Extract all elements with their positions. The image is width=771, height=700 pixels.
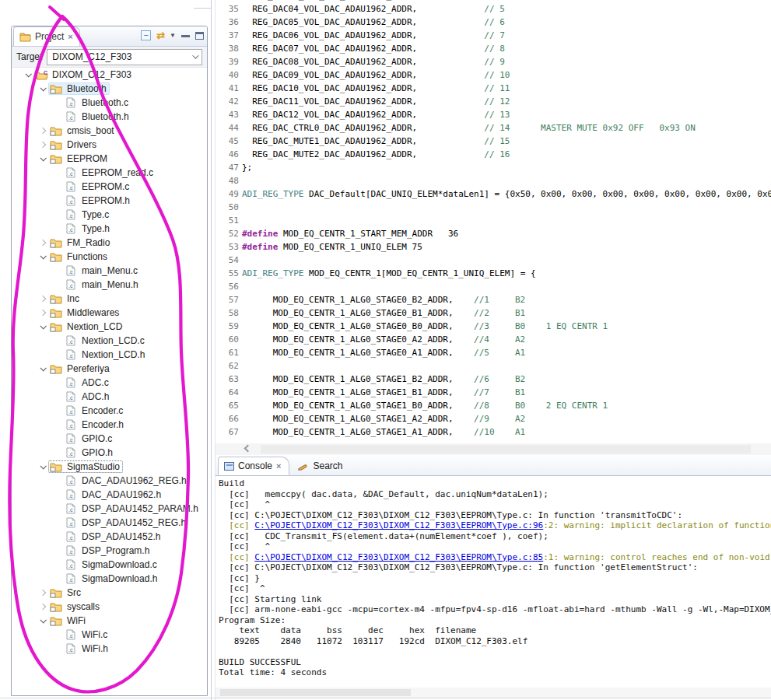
tree-item-main-menu-h[interactable]: .cmain_Menu.h: [12, 278, 207, 292]
chevron-down-icon[interactable]: [37, 156, 48, 161]
tree-item-sigmadownload-h[interactable]: .cSigmaDownload.h: [12, 572, 207, 586]
chevron-down-icon[interactable]: [37, 254, 48, 259]
chevron-down-icon[interactable]: [37, 618, 48, 623]
tree-item-wifi-c[interactable]: .cWiFi.c: [12, 628, 207, 642]
c-file-icon: .c: [64, 97, 78, 108]
svg-text:.c: .c: [68, 409, 73, 415]
tree-item-dsp-program-h[interactable]: .cDSP_Program.h: [12, 544, 207, 558]
console-output[interactable]: Build [cc] memccpy( dac.data, &DAC_Defau…: [216, 476, 771, 678]
tree-item-dsp-adau1452-h[interactable]: .cDSP_ADAU1452.h: [12, 530, 207, 544]
code-line-50: 50: [216, 201, 771, 214]
tree-item-dixom-c12-f303[interactable]: CDIXOM_C12_F303: [12, 68, 207, 82]
tree-item-drivers[interactable]: Drivers: [12, 138, 207, 152]
tab-project[interactable]: Project ×: [13, 26, 80, 46]
tree-item-gpio-c[interactable]: .cGPIO.c: [12, 432, 207, 446]
chevron-down-icon[interactable]: [37, 366, 48, 371]
editor-scroll-thumb[interactable]: [261, 445, 751, 453]
code-line-35: 35 REG_DAC04_VOL_DAC_ADAU1962_ADDR, // 5: [216, 2, 771, 16]
maximize-icon[interactable]: [195, 32, 204, 40]
tree-item-nextion-lcd-h[interactable]: .cNextion_LCD.h: [12, 348, 207, 362]
chevron-down-icon[interactable]: [37, 324, 48, 329]
line-number: 49: [216, 187, 242, 201]
editor-horizontal-scrollbar[interactable]: [216, 443, 771, 455]
code-editor[interactable]: 34 REG_DAC03_VOL_DAC_ADAU1962_ADDR, // 4…: [216, 0, 771, 443]
view-menu-icon[interactable]: ▼: [170, 32, 176, 39]
console-line: [cc] CDC_Transmit_FS(element.data+(numEl…: [219, 531, 771, 542]
file-link[interactable]: C:\POJECT\DIXOM_C12_F303\DIXOM_C12_F303\…: [254, 520, 543, 530]
file-link[interactable]: C:\POJECT\DIXOM_C12_F303\DIXOM_C12_F303\…: [254, 552, 543, 562]
tree-item-dsp-adau1452-param-h[interactable]: .cDSP_ADAU1452_PARAM.h: [12, 502, 207, 516]
chevron-right-icon[interactable]: [37, 128, 48, 133]
line-number: 59: [216, 320, 242, 333]
tree-item-eeprom[interactable]: EEPROM: [12, 152, 207, 166]
tree-item-gpio-h[interactable]: .cGPIO.h: [12, 446, 207, 460]
source-folder-icon: [49, 588, 63, 598]
chevron-right-icon[interactable]: [37, 604, 48, 609]
console-scroll-thumb[interactable]: [220, 689, 411, 696]
chevron-right-icon[interactable]: [37, 296, 48, 301]
tree-item-dac-adau1962-h[interactable]: .cDAC_ADAU1962.h: [12, 488, 207, 502]
tree-item-src[interactable]: Src: [12, 586, 207, 600]
line-number: 38: [216, 42, 242, 55]
chevron-right-icon[interactable]: [37, 590, 48, 595]
c-file-icon: .c: [64, 629, 78, 640]
tree-item-bluetooth[interactable]: Bluetooth: [12, 82, 207, 96]
tree-item-encoder-c[interactable]: .cEncoder.c: [12, 404, 207, 418]
code-line-54: 54: [216, 254, 771, 267]
scroll-left-icon[interactable]: [244, 445, 252, 453]
chevron-down-icon[interactable]: [23, 72, 33, 77]
chevron-right-icon[interactable]: [37, 240, 48, 245]
tree-item-middlewares[interactable]: Middlewares: [12, 306, 207, 320]
tree-item-nextion-lcd-c[interactable]: .cNextion_LCD.c: [12, 334, 207, 348]
tree-item-eeprom-h[interactable]: .cEEPROM.h: [12, 194, 207, 208]
close-icon[interactable]: ×: [68, 32, 72, 41]
line-number: 35: [216, 2, 242, 16]
tree-item-type-h[interactable]: .cType.h: [12, 222, 207, 236]
source-folder-icon: [49, 294, 63, 304]
close-icon[interactable]: ×: [276, 461, 281, 471]
tree-item-sigmadownload-c[interactable]: .cSigmaDownload.c: [12, 558, 207, 572]
target-select[interactable]: DIXOM_C12_F303: [47, 49, 202, 65]
tree-item-nextion-lcd[interactable]: Nextion_LCD: [12, 320, 207, 334]
tree-item-pereferiya[interactable]: Pereferiya: [12, 362, 207, 376]
tree-item-main-menu-c[interactable]: .cmain_Menu.c: [12, 264, 207, 278]
console-line: [cc] C:\POJECT\DIXOM_C12_F303\DIXOM_C12_…: [219, 520, 771, 531]
collapse-all-icon[interactable]: −: [141, 30, 151, 40]
tree-item-eeprom-read-c[interactable]: .cEEPROM_read.c: [12, 166, 207, 180]
link-with-editor-icon[interactable]: ⇄: [156, 30, 164, 41]
tree-item-adc-c[interactable]: .cADC.c: [12, 376, 207, 390]
tree-item-sigmastudio[interactable]: SigmaStudio: [12, 460, 207, 474]
chevron-right-icon[interactable]: [37, 142, 48, 147]
tree-item-eeprom-c[interactable]: .cEEPROM.c: [12, 180, 207, 194]
chevron-down-icon[interactable]: [37, 464, 48, 469]
tree-item-bluetooth-h[interactable]: .cBluetooth.h: [12, 110, 207, 124]
tree-item-encoder-h[interactable]: .cEncoder.h: [12, 418, 207, 432]
panel-divider[interactable]: [211, 0, 212, 700]
tree-item-dsp-adau1452-reg-h[interactable]: .cDSP_ADAU1452_REG.h: [12, 516, 207, 530]
tree-item-fm-radio[interactable]: FM_Radio: [12, 236, 207, 250]
tree-item-type-c[interactable]: .cType.c: [12, 208, 207, 222]
tree-item-dac-adau1962-reg-h[interactable]: .cDAC_ADAU1962_REG.h: [12, 474, 207, 488]
tree-item-wifi-h[interactable]: .cWiFi.h: [12, 642, 207, 656]
tree-item-inc[interactable]: Inc: [12, 292, 207, 306]
tab-console[interactable]: Console ×: [218, 457, 289, 475]
tree-item-wifi[interactable]: WiFi: [12, 614, 207, 628]
c-file-icon: .c: [64, 643, 78, 654]
chevron-right-icon[interactable]: [37, 310, 48, 315]
source-folder-icon: [49, 602, 63, 612]
console-horizontal-scrollbar[interactable]: [216, 688, 771, 698]
tree-item-functions[interactable]: Functions: [12, 250, 207, 264]
chevron-down-icon[interactable]: [37, 86, 48, 91]
minimize-icon[interactable]: [181, 30, 190, 37]
source-folder-icon: [49, 322, 63, 332]
tree-item-cmsis-boot[interactable]: cmsis_boot: [12, 124, 207, 138]
console-panel: Console × Search Build [cc] memccpy( dac…: [216, 457, 771, 687]
tree-item-syscalls[interactable]: syscalls: [12, 600, 207, 614]
line-number: 52: [216, 227, 242, 240]
tree-item-label: Nextion_LCD.c: [79, 335, 147, 346]
svg-text:.c: .c: [68, 479, 73, 485]
tree-item-bluetooth-c[interactable]: .cBluetooth.c: [12, 96, 207, 110]
tree-item-adc-h[interactable]: .cADC.h: [12, 390, 207, 404]
tab-search[interactable]: Search: [292, 457, 351, 475]
tree-item-label: SigmaDownload.h: [79, 573, 159, 584]
